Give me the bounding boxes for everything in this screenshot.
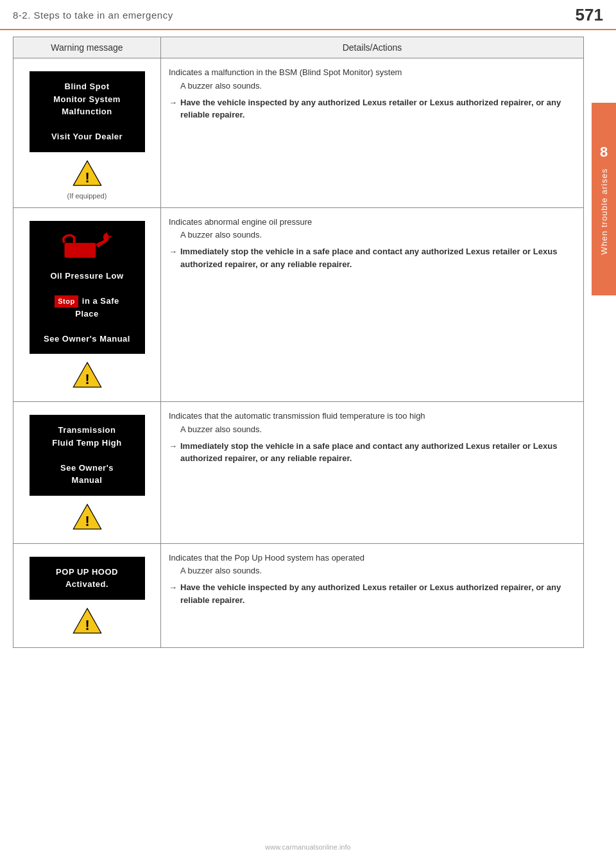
warning-cell-blind-spot: Blind Spot Monitor System Malfunction Vi… <box>13 58 161 208</box>
header-title: 8-2. Steps to take in an emergency <box>13 10 173 21</box>
details-cell-popup-hood: Indicates that the Pop Up Hood system ha… <box>161 543 584 647</box>
warning-cell-popup-hood: POP UP HOOD Activated. ! <box>13 543 161 647</box>
table-row: POP UP HOOD Activated. ! Indicates that … <box>13 543 584 647</box>
warning-display-oil-pressure: Oil Pressure Low Stop in a Safe Place Se… <box>30 221 145 354</box>
col-details-header: Details/Actions <box>161 37 584 58</box>
arrow-content-trans: Immediately stop the vehicle in a safe p… <box>180 440 576 465</box>
main-content: Warning message Details/Actions Blind Sp… <box>0 30 616 661</box>
details-indent-oil: A buzzer also sounds. <box>180 230 262 240</box>
details-cell-oil-pressure: Indicates abnormal engine oil pressure A… <box>161 207 584 402</box>
details-indent-trans: A buzzer also sounds. <box>180 424 262 434</box>
arrow-content-hood: Have the vehicle inspected by any author… <box>180 581 576 606</box>
svg-text:!: ! <box>85 616 89 633</box>
warning-display-blind-spot: Blind Spot Monitor System Malfunction Vi… <box>30 71 145 152</box>
arrow-content: Have the vehicle inspected by any author… <box>180 96 576 121</box>
arrow-line-trans: → Immediately stop the vehicle in a safe… <box>169 440 576 465</box>
warning-table: Warning message Details/Actions Blind Sp… <box>13 37 584 648</box>
svg-rect-2 <box>64 243 96 258</box>
details-cell-blind-spot: Indicates a malfunction in the BSM (Blin… <box>161 58 584 208</box>
warning-cell-transmission: Transmission Fluid Temp High See Owner's… <box>13 402 161 544</box>
arrow-symbol-oil: → <box>169 245 177 259</box>
warning-triangle-oil: ! <box>71 359 103 391</box>
details-indent-hood: A buzzer also sounds. <box>180 566 262 575</box>
page-footer: www.carmanualsonline.info <box>0 843 616 851</box>
arrow-symbol-hood: → <box>169 581 177 595</box>
chapter-number: 8 <box>600 144 608 161</box>
warning-triangle-blind-spot: ! <box>71 157 103 189</box>
warning-triangle-popup-hood: ! <box>71 605 103 637</box>
warning-cell-oil-pressure: Oil Pressure Low Stop in a Safe Place Se… <box>13 207 161 402</box>
chapter-sidebar-tab: 8 When trouble arises <box>592 103 616 295</box>
warning-triangle-transmission: ! <box>71 501 103 533</box>
equipped-note: (If equipped) <box>21 192 153 200</box>
stop-badge: Stop <box>55 295 78 308</box>
details-text-blind-spot: Indicates a malfunction in the BSM (Blin… <box>169 66 576 121</box>
svg-text:!: ! <box>85 512 89 528</box>
oil-can-icon <box>62 232 113 261</box>
svg-line-6 <box>108 236 111 237</box>
details-indent: A buzzer also sounds. <box>180 81 262 91</box>
warning-display-popup-hood: POP UP HOOD Activated. <box>30 557 145 600</box>
footer-url[interactable]: www.carmanualsonline.info <box>265 843 350 851</box>
warning-display-transmission: Transmission Fluid Temp High See Owner's… <box>30 415 145 496</box>
svg-point-4 <box>103 233 108 241</box>
col-warning-header: Warning message <box>13 37 161 58</box>
svg-text:!: ! <box>85 371 89 387</box>
details-cell-transmission: Indicates that the automatic transmissio… <box>161 402 584 544</box>
chapter-label: When trouble arises <box>599 168 609 255</box>
arrow-line: → Have the vehicle inspected by any auth… <box>169 96 576 121</box>
arrow-content-oil: Immediately stop the vehicle in a safe p… <box>180 245 576 270</box>
details-text-popup-hood: Indicates that the Pop Up Hood system ha… <box>169 552 576 607</box>
svg-text:!: ! <box>85 169 89 185</box>
page-number: 571 <box>576 5 603 25</box>
table-row: Oil Pressure Low Stop in a Safe Place Se… <box>13 207 584 402</box>
table-row: Transmission Fluid Temp High See Owner's… <box>13 402 584 544</box>
table-row: Blind Spot Monitor System Malfunction Vi… <box>13 58 584 208</box>
arrow-symbol-trans: → <box>169 440 177 453</box>
arrow-line-oil: → Immediately stop the vehicle in a safe… <box>169 245 576 270</box>
arrow-line-hood: → Have the vehicle inspected by any auth… <box>169 581 576 606</box>
page-header: 8-2. Steps to take in an emergency 571 <box>0 0 616 30</box>
arrow-symbol: → <box>169 96 177 110</box>
details-text-transmission: Indicates that the automatic transmissio… <box>169 410 576 465</box>
details-text-oil-pressure: Indicates abnormal engine oil pressure A… <box>169 216 576 271</box>
